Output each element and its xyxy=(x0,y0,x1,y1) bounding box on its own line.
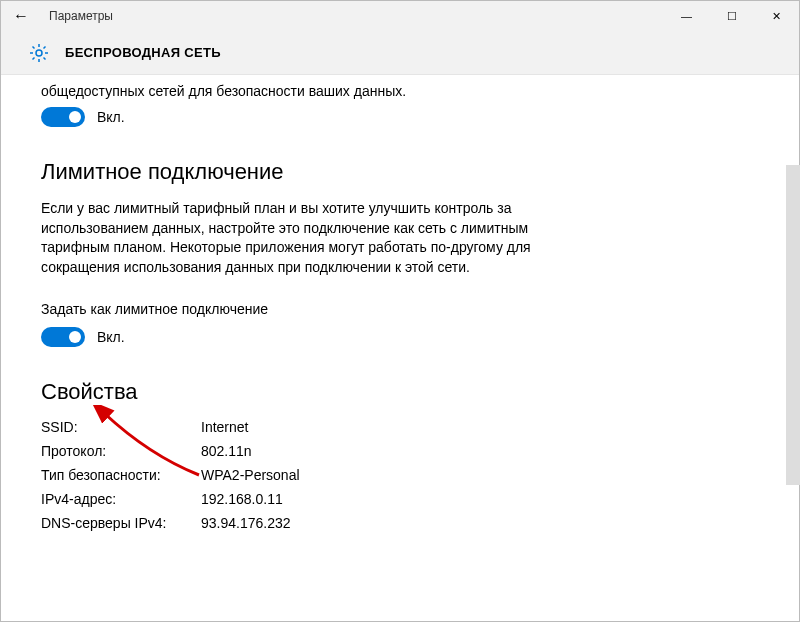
properties-table: SSID: Internet Протокол: 802.11n Тип без… xyxy=(41,419,759,531)
page-title: БЕСПРОВОДНАЯ СЕТЬ xyxy=(65,45,221,60)
window-controls: — ☐ ✕ xyxy=(664,1,799,31)
public-network-toggle[interactable] xyxy=(41,107,85,127)
back-arrow-icon: ← xyxy=(13,7,29,25)
window-title: Параметры xyxy=(49,9,113,23)
prop-val: 802.11n xyxy=(201,443,252,459)
titlebar: ← Параметры — ☐ ✕ xyxy=(1,1,799,31)
svg-point-0 xyxy=(36,50,42,56)
prop-row-dns: DNS-серверы IPv4: 93.94.176.232 xyxy=(41,515,759,531)
prop-row-protocol: Протокол: 802.11n xyxy=(41,443,759,459)
gear-icon xyxy=(29,43,49,63)
metered-toggle-row: Вкл. xyxy=(41,327,759,347)
prop-val: 93.94.176.232 xyxy=(201,515,291,531)
prop-key: Тип безопасности: xyxy=(41,467,201,483)
toggle-knob xyxy=(69,111,81,123)
public-network-description-tail: общедоступных сетей для безопасности ваш… xyxy=(41,83,759,99)
prop-val: 192.168.0.11 xyxy=(201,491,283,507)
metered-toggle-caption: Задать как лимитное подключение xyxy=(41,301,759,317)
close-button[interactable]: ✕ xyxy=(754,1,799,31)
settings-window: ← Параметры — ☐ ✕ БЕСПРОВОДНАЯ СЕТЬ обще… xyxy=(0,0,800,622)
content-area[interactable]: общедоступных сетей для безопасности ваш… xyxy=(1,75,799,621)
toggle-knob xyxy=(69,331,81,343)
prop-key: SSID: xyxy=(41,419,201,435)
metered-toggle-label: Вкл. xyxy=(97,329,125,345)
vertical-scrollbar[interactable] xyxy=(786,165,800,485)
prop-row-ssid: SSID: Internet xyxy=(41,419,759,435)
metered-section-title: Лимитное подключение xyxy=(41,159,759,185)
minimize-button[interactable]: — xyxy=(664,1,709,31)
prop-val: Internet xyxy=(201,419,248,435)
prop-val: WPA2-Personal xyxy=(201,467,300,483)
public-network-toggle-row: Вкл. xyxy=(41,107,759,127)
prop-row-ipv4: IPv4-адрес: 192.168.0.11 xyxy=(41,491,759,507)
back-button[interactable]: ← xyxy=(5,1,37,31)
prop-key: Протокол: xyxy=(41,443,201,459)
properties-section-title: Свойства xyxy=(41,379,759,405)
metered-toggle[interactable] xyxy=(41,327,85,347)
prop-key: IPv4-адрес: xyxy=(41,491,201,507)
prop-key: DNS-серверы IPv4: xyxy=(41,515,201,531)
maximize-button[interactable]: ☐ xyxy=(709,1,754,31)
public-network-toggle-label: Вкл. xyxy=(97,109,125,125)
page-header: БЕСПРОВОДНАЯ СЕТЬ xyxy=(1,31,799,75)
metered-section-description: Если у вас лимитный тарифный план и вы х… xyxy=(41,199,531,277)
prop-row-security: Тип безопасности: WPA2-Personal xyxy=(41,467,759,483)
